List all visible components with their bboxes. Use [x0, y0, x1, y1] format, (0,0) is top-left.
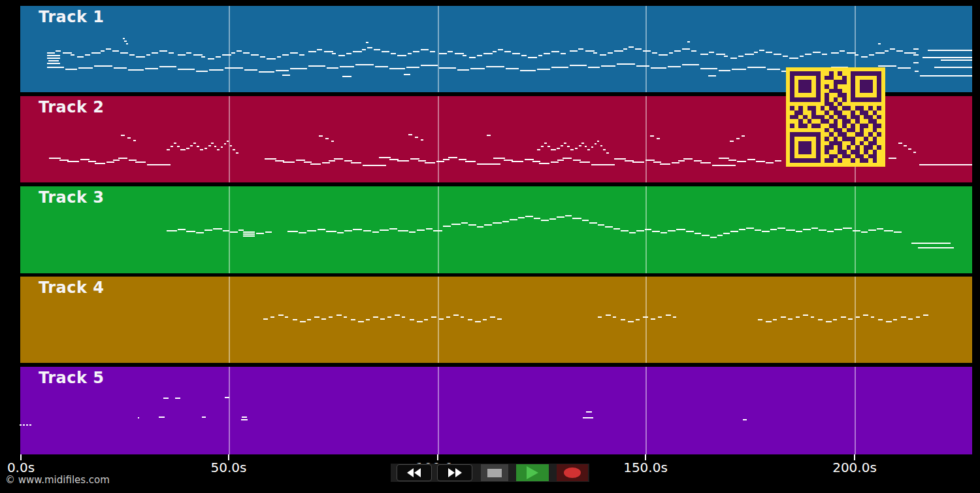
midi-note — [585, 146, 587, 147]
midi-note — [331, 141, 334, 142]
midi-note — [468, 319, 472, 320]
midi-note — [635, 48, 642, 50]
midi-note — [208, 58, 214, 60]
qr-module — [811, 154, 816, 159]
record-button[interactable] — [557, 464, 588, 481]
qr-module — [873, 119, 877, 124]
midi-note — [537, 69, 550, 70]
qr-module — [825, 115, 829, 120]
midi-note — [77, 56, 84, 58]
fast-forward-button[interactable] — [437, 464, 472, 481]
midi-note — [919, 164, 972, 165]
qr-module — [868, 110, 873, 115]
qr-module — [798, 93, 803, 97]
qr-module — [842, 141, 847, 146]
midi-note — [579, 145, 581, 146]
midi-note — [453, 314, 459, 316]
midi-note — [49, 158, 61, 159]
qr-module — [847, 76, 851, 80]
qr-module — [838, 119, 842, 124]
qr-module — [860, 128, 864, 133]
midi-note — [813, 52, 821, 53]
midi-note — [167, 149, 170, 150]
qr-module — [868, 158, 873, 163]
midi-note — [587, 149, 590, 150]
qr-module — [877, 137, 881, 141]
qr-module — [868, 84, 873, 89]
qr-module — [825, 89, 829, 94]
qr-module — [877, 93, 881, 97]
qr-module — [838, 106, 842, 110]
gridline — [645, 96, 647, 182]
qr-module — [851, 97, 855, 102]
midi-note — [614, 50, 623, 52]
midi-note — [551, 67, 568, 68]
midi-note — [233, 149, 235, 150]
midi-note — [912, 52, 916, 54]
midi-note — [672, 162, 679, 163]
track-label-1: Track 1 — [39, 9, 105, 25]
midi-note — [766, 52, 772, 53]
qr-module — [842, 124, 847, 128]
midi-note — [716, 54, 725, 55]
midi-note — [811, 228, 818, 229]
qr-module — [803, 154, 808, 159]
qr-module — [860, 150, 864, 154]
midi-note — [878, 65, 896, 67]
qr-module — [794, 110, 799, 115]
qr-module — [877, 154, 881, 159]
qr-module — [847, 97, 851, 102]
midi-note — [408, 53, 412, 54]
qr-module — [825, 76, 829, 80]
midi-note — [457, 69, 469, 71]
midi-note — [747, 67, 766, 68]
qr-module — [860, 154, 864, 159]
midi-note — [446, 316, 450, 318]
qr-module — [860, 97, 864, 102]
midi-note — [410, 158, 419, 160]
midi-note — [326, 231, 336, 232]
midi-note — [236, 152, 238, 154]
copyright-text: © www.midifiles.com — [5, 474, 110, 486]
qr-module — [847, 132, 851, 137]
midi-note — [174, 143, 176, 144]
stop-button[interactable] — [481, 464, 508, 481]
midi-note — [678, 160, 685, 162]
midi-note — [617, 63, 635, 65]
qr-module — [825, 106, 829, 110]
midi-note — [380, 230, 389, 231]
qr-module — [838, 93, 842, 97]
midi-visualizer: Track 1Track 2Track 3Track 4Track 5 0.0s… — [0, 0, 980, 493]
qr-module — [855, 71, 860, 76]
qr-module — [864, 106, 868, 110]
midi-note — [567, 146, 570, 147]
midi-note — [848, 318, 853, 320]
qr-module — [811, 150, 816, 154]
rewind-button[interactable] — [397, 464, 432, 481]
qr-module — [855, 145, 860, 150]
qr-module — [816, 124, 821, 128]
qr-module — [834, 158, 838, 163]
midi-note — [351, 162, 361, 163]
midi-note — [159, 416, 165, 418]
midi-note — [147, 164, 171, 165]
midi-note — [26, 424, 28, 426]
qr-module — [873, 84, 877, 89]
midi-note — [283, 162, 295, 163]
qr-module — [851, 80, 855, 84]
midi-note — [293, 319, 297, 320]
qr-module — [834, 154, 838, 159]
qr-module — [790, 115, 794, 120]
qr-module — [790, 80, 794, 84]
qr-module — [821, 106, 825, 110]
qr-module — [864, 84, 868, 89]
qr-module — [821, 154, 825, 159]
play-button[interactable] — [516, 464, 549, 481]
midi-note — [332, 53, 336, 54]
midi-note — [762, 231, 770, 232]
midi-note — [197, 146, 199, 147]
midi-note — [878, 43, 881, 44]
midi-note — [133, 140, 136, 141]
qr-module — [816, 80, 821, 84]
qr-module — [877, 124, 881, 128]
